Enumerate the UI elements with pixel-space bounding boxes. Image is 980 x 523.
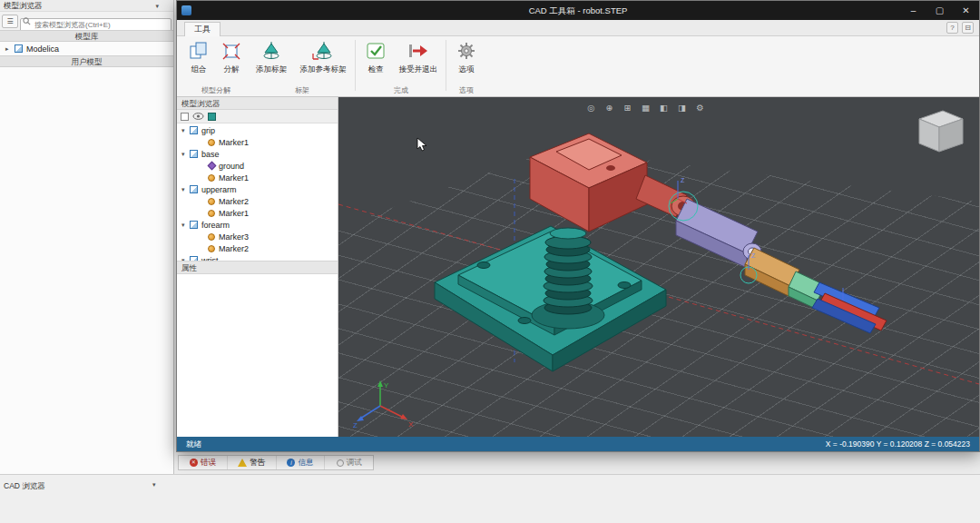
maximize-button[interactable]: ▢ [926, 1, 953, 20]
gear-icon [457, 38, 475, 64]
part-icon [190, 150, 198, 158]
info-filter-button[interactable]: i 信息 [277, 456, 326, 469]
cad-browser-pane: 模型浏览器 ▾ grip ▾ [177, 97, 338, 439]
cad-browser-title: 模型浏览器 [177, 97, 338, 110]
home-view-icon[interactable]: ◎ [585, 102, 597, 113]
model-browser-dock: 模型浏览器 ▾ ☰ 模型库 ▸ Modelica 用户模型 [0, 0, 174, 474]
part-icon [190, 126, 198, 134]
section-libraries[interactable]: 模型库 [0, 30, 173, 42]
tab-tools[interactable]: 工具 [184, 22, 220, 37]
explode-icon [220, 38, 242, 64]
marker-icon [208, 210, 215, 217]
svg-text:Z: Z [353, 421, 358, 429]
shading-icon[interactable]: ◨ [676, 102, 688, 113]
tree-item[interactable]: ▾ Marker2 [177, 242, 338, 254]
tree-item[interactable]: ▾ Marker1 [177, 172, 338, 183]
marker-cone-icon [260, 38, 282, 64]
reference-marker-cone-icon [311, 38, 335, 64]
debug-filter-button[interactable]: 调试 [325, 456, 373, 469]
dock-titlebar: 模型浏览器 ▾ [0, 0, 173, 12]
browser-menu-button[interactable]: ☰ [2, 15, 18, 28]
group-caption: 模型分解 [182, 85, 250, 95]
cad-toolbox-window: CAD 工具箱 - robot.STEP – ▢ ✕ 工具 ? ⊟ 组合 分解 [176, 0, 980, 452]
accept-exit-button[interactable]: 接受并退出 [395, 38, 442, 84]
tree-item[interactable]: ▾ grip [177, 124, 338, 136]
properties-panel [177, 274, 338, 439]
ground-icon [208, 162, 217, 171]
front-view-icon[interactable]: ◧ [658, 102, 670, 113]
tree-item[interactable]: ▾ Marker1 [177, 136, 338, 148]
marker-icon [208, 233, 215, 241]
marker-icon [208, 245, 215, 252]
bottom-dock: CAD 浏览器 ▾ [0, 474, 980, 523]
zoom-icon[interactable]: ▦ [640, 102, 652, 113]
group-caption: 完成 [358, 85, 444, 95]
part-icon [190, 221, 198, 229]
tree-item[interactable]: ▾ ground [177, 160, 338, 172]
fit-selection-icon[interactable] [208, 113, 216, 121]
expander-icon[interactable]: ▸ [5, 45, 13, 53]
marker-icon [208, 198, 215, 205]
tree-item[interactable]: ▾ Marker2 [177, 195, 338, 207]
dock-title: 模型浏览器 [4, 1, 43, 10]
tree-item[interactable]: ▾ Marker3 [177, 231, 338, 242]
add-reference-marker-button[interactable]: 添加参考标架 [295, 38, 351, 84]
error-icon: ✕ [190, 459, 198, 467]
check-button[interactable]: 检查 [360, 38, 391, 84]
tree-item[interactable]: ▾ forearm [177, 219, 338, 231]
warnings-filter-button[interactable]: 警告 [228, 456, 277, 469]
window-titlebar[interactable]: CAD 工具箱 - robot.STEP – ▢ ✕ [177, 1, 979, 20]
warning-icon [238, 459, 247, 467]
view-cube[interactable] [905, 104, 968, 161]
section-user-models[interactable]: 用户模型 [0, 55, 173, 67]
ground-grid [338, 133, 979, 439]
3d-viewport[interactable]: Z Z ◎⊕⊞▦◧◨⚙ [338, 97, 979, 439]
explode-button[interactable]: 分解 [217, 38, 246, 84]
tree-item[interactable]: ▾ upperarm [177, 183, 338, 195]
expander-icon[interactable]: ▾ [181, 127, 190, 134]
tree-item[interactable]: ▾ wrist [177, 254, 338, 262]
ribbon: 组合 分解 添加标架 添加参考标架 检查 [177, 36, 979, 97]
group-caption: 标架 [251, 85, 353, 95]
status-coordinates: X = -0.190390 Y = 0.120208 Z = 0.054223 [826, 437, 970, 451]
exit-arrow-icon [407, 38, 429, 64]
debug-icon [337, 459, 344, 467]
svg-text:Y: Y [384, 381, 389, 390]
package-icon [15, 44, 23, 53]
help-icon[interactable]: ? [946, 22, 958, 34]
orbit-icon[interactable]: ⊕ [603, 102, 615, 113]
tree-item[interactable]: ▾ Marker1 [177, 207, 338, 219]
chevron-down-icon[interactable]: ▾ [152, 481, 156, 488]
expander-icon[interactable]: ▾ [181, 222, 190, 229]
origin-triad: Y X Z [353, 377, 416, 431]
window-title: CAD 工具箱 - robot.STEP [177, 1, 979, 20]
status-ready: 就绪 [186, 437, 201, 451]
cad-model-tree: ▾ grip ▾ Marker1 [177, 123, 338, 262]
search-icon [23, 17, 31, 25]
status-bar: 就绪 X = -0.190390 Y = 0.120208 Z = 0.0542… [177, 437, 979, 451]
ribbon-tabstrip: 工具 ? ⊟ [177, 20, 979, 36]
tree-item[interactable]: ▾ base [177, 148, 338, 160]
errors-filter-button[interactable]: ✕ 错误 [179, 456, 228, 469]
message-filter-bar: ✕ 错误 警告 i 信息 调试 [178, 455, 374, 470]
part-icon [190, 185, 198, 193]
viewport-toolbar: ◎⊕⊞▦◧◨⚙ [585, 102, 706, 113]
combine-button[interactable]: 组合 [184, 38, 213, 84]
pan-icon[interactable]: ⊞ [622, 102, 633, 113]
select-all-icon[interactable] [181, 113, 189, 121]
svg-text:X: X [408, 420, 414, 429]
marker-icon [208, 139, 215, 146]
add-marker-button[interactable]: 添加标架 [251, 38, 291, 84]
expander-icon[interactable]: ▾ [181, 151, 190, 158]
minimize-button[interactable]: – [900, 1, 926, 20]
expander-icon[interactable]: ▾ [181, 186, 190, 193]
pin-icon[interactable]: ⊟ [962, 22, 974, 34]
tree-item-modelica[interactable]: ▸ Modelica [0, 43, 173, 54]
visibility-icon[interactable] [192, 112, 204, 121]
settings-icon[interactable]: ⚙ [694, 102, 706, 113]
cad-browser-dock-title: CAD 浏览器 [4, 481, 45, 492]
properties-title: 属性 [177, 262, 338, 274]
chevron-down-icon[interactable]: ▾ [155, 0, 159, 12]
close-button[interactable]: ✕ [953, 1, 979, 20]
options-button[interactable]: 选项 [451, 38, 482, 84]
